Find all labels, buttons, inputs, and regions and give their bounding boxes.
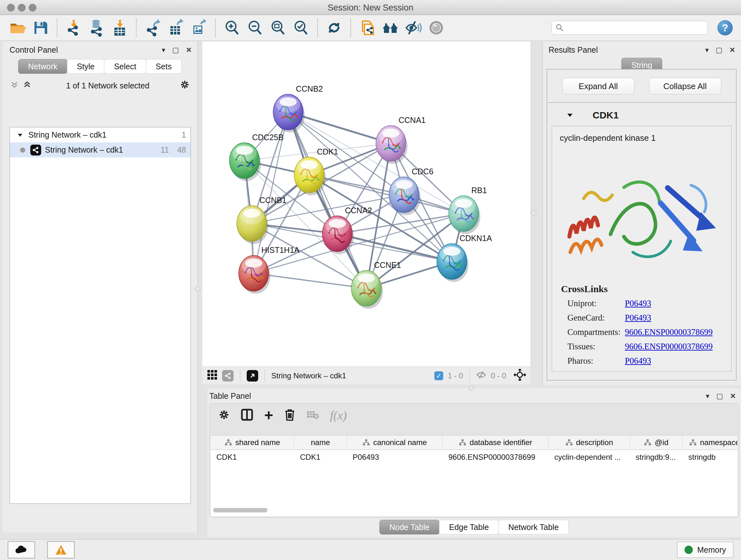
network-canvas[interactable]: CCNB2CCNA1CDC25BCDK1CDC6RB1CCNB1CCNA2CDK…: [202, 42, 530, 384]
disclosure-triangle-icon[interactable]: [17, 132, 23, 138]
collapse-all-button[interactable]: Collapse All: [649, 78, 721, 95]
column-header-name[interactable]: name: [294, 435, 347, 449]
grid-view-icon[interactable]: [207, 369, 218, 382]
add-column-icon[interactable]: +: [264, 411, 273, 420]
table-row[interactable]: CDK1CDK1P064939606.ENSP00000378699cyclin…: [211, 450, 738, 464]
glass-ball-icon[interactable]: [427, 18, 446, 37]
export-table-icon[interactable]: [166, 18, 185, 37]
node-CCNB1[interactable]: [237, 206, 268, 244]
tab-select[interactable]: Select: [104, 59, 146, 74]
memory-button[interactable]: Memory: [677, 542, 733, 558]
panel-close-icon[interactable]: ✕: [730, 392, 736, 400]
birds-eye-view-icon[interactable]: [247, 370, 258, 381]
panel-close-icon[interactable]: ✕: [186, 46, 192, 54]
tab-edge-table[interactable]: Edge Table: [439, 520, 499, 535]
hidden-eye-icon[interactable]: [476, 370, 486, 382]
cloud-button[interactable]: [8, 541, 35, 558]
search-input[interactable]: [566, 23, 704, 33]
import-network-file-icon[interactable]: [64, 18, 83, 37]
collapse-section-icon[interactable]: [566, 112, 574, 119]
column-header-namespace[interactable]: namespace: [683, 435, 738, 449]
node-CDKN1A[interactable]: [437, 244, 468, 282]
node-CCNA2[interactable]: [322, 216, 354, 254]
pan-crosshair-icon[interactable]: [514, 369, 526, 383]
node-CCNB2[interactable]: [273, 94, 305, 132]
show-column-panel-icon[interactable]: [241, 408, 253, 422]
export-network-icon[interactable]: [144, 18, 162, 37]
function-builder-icon[interactable]: f(x): [330, 408, 347, 422]
crosslink-link[interactable]: 9606.ENSP00000378699: [625, 341, 713, 352]
warning-button[interactable]: [47, 541, 75, 558]
node-HIST1H1A[interactable]: [239, 255, 270, 294]
zoom-in-icon[interactable]: [223, 18, 241, 37]
export-image-icon[interactable]: [190, 18, 208, 37]
panel-float-icon[interactable]: ▢: [717, 392, 723, 400]
clear-table-icon[interactable]: [307, 410, 319, 421]
crosslink-link[interactable]: P06493: [625, 356, 651, 366]
panel-menu-icon[interactable]: ▾: [705, 46, 709, 54]
column-header--id[interactable]: @id: [630, 435, 683, 449]
import-network-database-icon[interactable]: [87, 18, 106, 37]
save-session-icon[interactable]: [31, 18, 50, 37]
node-CCNE1[interactable]: [351, 270, 383, 309]
zoom-selected-icon[interactable]: [292, 18, 310, 37]
tab-style[interactable]: Style: [67, 59, 105, 74]
table-settings-gear-icon[interactable]: [218, 409, 230, 422]
zoom-fit-icon[interactable]: [269, 18, 287, 37]
node-label-CCNB2: CCNB2: [296, 84, 323, 93]
tab-sets[interactable]: Sets: [146, 59, 182, 74]
network-graph[interactable]: CCNB2CCNA1CDC25BCDK1CDC6RB1CCNB1CCNA2CDK…: [202, 42, 530, 367]
column-header-shared-name[interactable]: shared name: [211, 435, 294, 449]
tab-network-table[interactable]: Network Table: [498, 520, 569, 535]
hide-glass-effect-icon[interactable]: [404, 18, 422, 37]
selected-checkbox-icon[interactable]: ✓: [434, 371, 443, 380]
horizontal-scrollbar[interactable]: [213, 508, 738, 513]
node-CCNA1[interactable]: [376, 125, 408, 164]
node-CDC25B[interactable]: [229, 143, 261, 181]
scrollbar-thumb[interactable]: [213, 508, 267, 512]
string-home-icon[interactable]: [381, 18, 400, 37]
import-table-file-icon[interactable]: [111, 18, 129, 37]
splitter-grip[interactable]: [468, 385, 474, 391]
splitter-grip[interactable]: [531, 210, 536, 215]
panel-float-icon[interactable]: ▢: [172, 46, 179, 54]
crosslink-link[interactable]: P06493: [625, 313, 651, 323]
apply-layout-icon[interactable]: [325, 18, 343, 37]
node-RB1[interactable]: [449, 196, 480, 234]
search-box[interactable]: [551, 21, 708, 35]
zoom-out-icon[interactable]: [246, 18, 264, 37]
network-row-selected[interactable]: String Network – cdk1 11 48: [10, 142, 191, 158]
delete-column-icon[interactable]: [284, 408, 295, 422]
tab-network[interactable]: Network: [18, 59, 67, 74]
crosslink-link[interactable]: 9606.ENSP00000378699: [625, 327, 713, 337]
crosslink-row: GeneCard:P06493: [552, 311, 731, 325]
node-CDK1[interactable]: [294, 157, 326, 195]
protein-structure-image: [552, 145, 731, 279]
crosslink-link[interactable]: P06493: [625, 299, 651, 308]
column-header-canonical-name[interactable]: canonical name: [347, 435, 443, 449]
duplicate-network-icon[interactable]: [358, 18, 377, 37]
column-header-database-identifier[interactable]: database identifier: [443, 435, 549, 449]
collapse-all-icon[interactable]: [10, 80, 18, 91]
open-session-icon[interactable]: [8, 18, 27, 37]
network-options-gear-icon[interactable]: [180, 79, 190, 91]
panel-menu-icon[interactable]: ▾: [706, 392, 710, 400]
collection-count: 1: [182, 130, 186, 139]
tab-node-table[interactable]: Node Table: [380, 520, 440, 535]
help-icon[interactable]: ?: [718, 20, 733, 36]
edge-CCNB2-CCNE1[interactable]: [288, 112, 366, 288]
panel-menu-icon[interactable]: ▾: [162, 46, 165, 54]
expand-all-icon[interactable]: [23, 80, 31, 91]
status-bar: Memory: [0, 539, 741, 560]
node-CDC6[interactable]: [389, 177, 421, 215]
panel-close-icon[interactable]: ✕: [730, 46, 735, 54]
table-cell: CDK1: [294, 450, 347, 464]
network-share-icon[interactable]: [222, 370, 233, 381]
table-box: + f(x) shared namenamecanonical namedata…: [209, 403, 739, 518]
expand-all-button[interactable]: Expand All: [562, 78, 634, 95]
panel-float-icon[interactable]: ▢: [716, 46, 723, 54]
splitter-grip[interactable]: [195, 286, 200, 292]
edge-HIST1H1A-CCNE1[interactable]: [254, 273, 366, 288]
network-collection-row[interactable]: String Network – cdk1 1: [10, 127, 191, 142]
column-header-description[interactable]: description: [549, 435, 630, 449]
